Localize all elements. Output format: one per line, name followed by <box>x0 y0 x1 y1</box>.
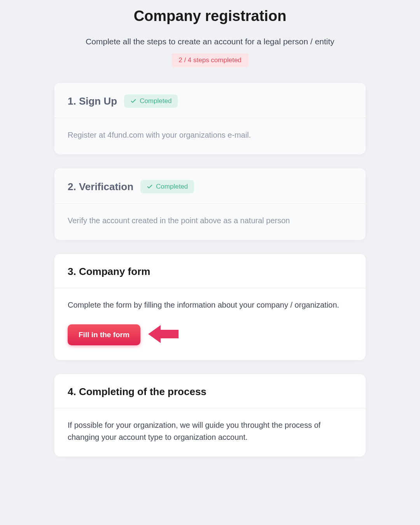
step-title: 2. Verification <box>68 181 133 193</box>
page-title: Company registration <box>54 8 366 24</box>
step-card-company-form: 3. Company form Complete the form by fil… <box>54 254 366 360</box>
page-subtitle: Complete all the steps to create an acco… <box>54 37 366 46</box>
step-body: Register at 4fund.com with your organiza… <box>54 118 366 154</box>
step-description: If possible for your organization, we wi… <box>68 419 352 443</box>
completed-badge: Completed <box>140 180 194 193</box>
completed-label: Completed <box>156 183 188 191</box>
registration-container: Company registration Complete all the st… <box>39 8 381 457</box>
step-description: Verify the account created in the point … <box>68 215 352 227</box>
step-body: If possible for your organization, we wi… <box>54 408 366 457</box>
step-header: 1. Sign Up Completed <box>54 83 366 118</box>
action-row: Fill in the form <box>68 311 352 347</box>
completed-badge: Completed <box>124 94 178 108</box>
check-icon <box>147 184 153 190</box>
step-card-signup: 1. Sign Up Completed Register at 4fund.c… <box>54 83 366 154</box>
completed-label: Completed <box>140 97 172 105</box>
arrow-left-icon <box>147 323 180 347</box>
step-description: Complete the form by filling the informa… <box>68 299 352 311</box>
step-header: 4. Completing of the process <box>54 374 366 408</box>
step-title: 1. Sign Up <box>68 95 117 107</box>
step-card-verification: 2. Verification Completed Verify the acc… <box>54 168 366 240</box>
step-header: 2. Verification Completed <box>54 168 366 204</box>
step-description: Register at 4fund.com with your organiza… <box>68 129 352 141</box>
step-title: 4. Completing of the process <box>68 386 206 398</box>
step-body: Complete the form by filling the informa… <box>54 288 366 360</box>
fill-form-button[interactable]: Fill in the form <box>68 324 140 345</box>
progress-badge: 2 / 4 steps completed <box>172 53 248 67</box>
check-icon <box>130 98 136 104</box>
step-header: 3. Company form <box>54 254 366 288</box>
step-body: Verify the account created in the point … <box>54 204 366 240</box>
step-card-completing-process: 4. Completing of the process If possible… <box>54 374 366 457</box>
step-title: 3. Company form <box>68 266 150 278</box>
